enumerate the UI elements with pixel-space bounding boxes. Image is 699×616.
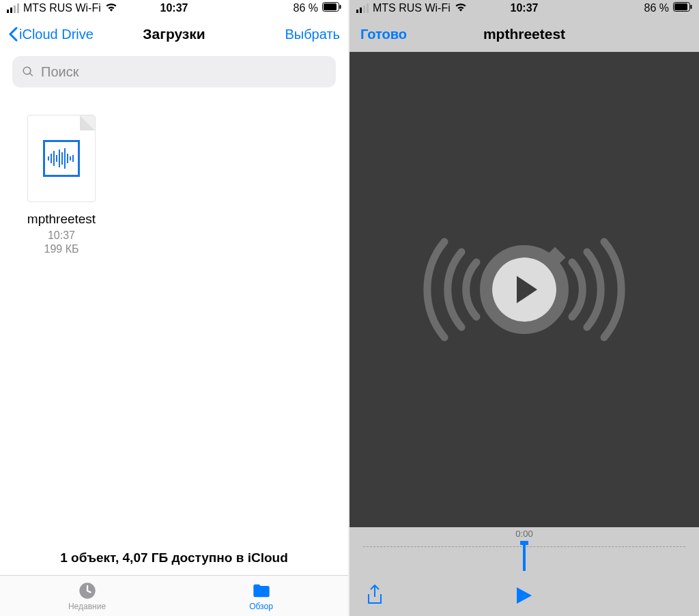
tab-recent[interactable]: Недавние: [0, 576, 174, 616]
share-icon: [366, 585, 384, 606]
audio-preview-screen: MTS RUS Wi-Fi 10:37 86 % Готово mpthreet…: [350, 0, 699, 616]
clock-icon: [78, 581, 97, 600]
carrier-label: MTS RUS Wi-Fi: [373, 2, 451, 14]
timeline[interactable]: 0:00: [350, 527, 699, 578]
nav-bar: iCloud Drive Загрузки Выбрать: [0, 16, 348, 52]
timeline-playhead[interactable]: [523, 541, 526, 574]
battery-percent: 86 %: [294, 2, 318, 14]
carrier-label: MTS RUS Wi-Fi: [23, 2, 101, 14]
battery-icon: [322, 2, 341, 14]
back-button[interactable]: iCloud Drive: [8, 27, 94, 42]
done-button[interactable]: Готово: [360, 27, 407, 42]
search-field[interactable]: [12, 56, 336, 87]
svg-rect-15: [674, 3, 687, 10]
file-name: mpthreetest: [27, 212, 96, 227]
audio-waveform-icon: [43, 140, 80, 177]
audio-preview-area: [350, 52, 699, 527]
battery-icon: [673, 2, 692, 14]
file-size: 199 КБ: [44, 243, 79, 255]
preview-toolbar: [350, 578, 699, 616]
tab-browse-label: Обзор: [249, 602, 273, 611]
status-bar: MTS RUS Wi-Fi 10:37 86 %: [0, 0, 348, 16]
back-label: iCloud Drive: [19, 27, 94, 42]
preview-nav-bar: Готово mpthreetest: [350, 16, 699, 52]
play-icon: [517, 276, 537, 303]
share-button[interactable]: [366, 585, 384, 609]
wifi-icon: [105, 2, 117, 14]
svg-rect-1: [324, 3, 337, 10]
storage-status: 1 объект, 4,07 ГБ доступно в iCloud: [0, 541, 348, 575]
chevron-left-icon: [8, 27, 18, 42]
play-overlay-button[interactable]: [492, 257, 556, 322]
timeline-current-time: 0:00: [510, 527, 538, 540]
search-input[interactable]: [41, 64, 326, 80]
svg-rect-2: [340, 5, 341, 9]
svg-rect-16: [691, 5, 692, 9]
battery-percent: 86 %: [644, 2, 669, 14]
file-item[interactable]: mpthreetest 10:37 199 КБ: [14, 115, 109, 255]
tab-bar: Недавние Обзор: [0, 575, 348, 616]
status-bar: MTS RUS Wi-Fi 10:37 86 %: [350, 0, 699, 16]
tab-recent-label: Недавние: [68, 602, 106, 611]
files-app-screen: MTS RUS Wi-Fi 10:37 86 % iCloud Drive За…: [0, 0, 350, 616]
file-time: 10:37: [48, 229, 75, 242]
cellular-signal-icon: [356, 3, 369, 13]
folder-icon: [252, 581, 271, 600]
wifi-icon: [455, 2, 467, 14]
select-button[interactable]: Выбрать: [285, 27, 340, 42]
files-grid: mpthreetest 10:37 199 КБ: [0, 94, 348, 541]
cellular-signal-icon: [7, 3, 19, 13]
play-icon: [515, 586, 533, 605]
play-button[interactable]: [515, 586, 533, 608]
search-icon: [22, 66, 34, 78]
tab-browse[interactable]: Обзор: [174, 576, 348, 616]
file-thumbnail: [27, 115, 96, 202]
